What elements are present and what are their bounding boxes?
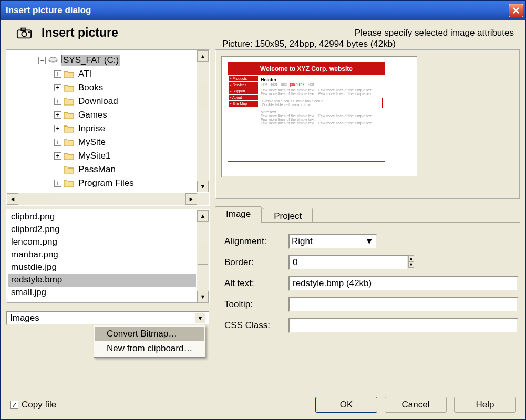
tree-label: PassMan bbox=[77, 164, 117, 175]
expand-icon[interactable]: + bbox=[54, 98, 61, 105]
expand-icon[interactable]: + bbox=[54, 111, 61, 119]
alt-label: Alt text: bbox=[224, 278, 288, 289]
tab-project[interactable]: Project bbox=[263, 208, 313, 222]
title-bar: Insert picture dialog bbox=[1, 1, 525, 20]
alignment-label: Alignment: bbox=[224, 236, 288, 247]
filetype-value: Images bbox=[10, 313, 39, 323]
folder-icon bbox=[64, 165, 74, 174]
svg-point-5 bbox=[49, 57, 57, 61]
tree-scrollbar-v[interactable]: ▲ ▼ bbox=[197, 50, 209, 192]
spin-down[interactable]: ▼ bbox=[408, 261, 414, 268]
scroll-left-button[interactable]: ◄ bbox=[7, 193, 18, 205]
expand-icon[interactable]: + bbox=[54, 139, 61, 146]
expand-icon[interactable]: + bbox=[54, 180, 61, 187]
row-css: CSS Class: bbox=[224, 315, 518, 336]
scroll-up-button[interactable]: ▲ bbox=[197, 50, 209, 62]
ok-button[interactable]: OK bbox=[315, 397, 377, 413]
close-icon bbox=[512, 7, 520, 14]
border-label: Border: bbox=[224, 257, 288, 268]
css-label: CSS Class: bbox=[224, 320, 288, 331]
window-title: Insert picture dialog bbox=[6, 5, 509, 16]
tree-scrollbar-h[interactable]: ◄ ► bbox=[7, 193, 197, 205]
expand-icon[interactable]: + bbox=[54, 152, 61, 160]
scroll-down-button[interactable]: ▼ bbox=[197, 181, 209, 192]
drive-icon bbox=[48, 56, 58, 65]
menu-new-from-clipboard[interactable]: New from clipboard… bbox=[95, 341, 204, 356]
tab-image[interactable]: Image bbox=[215, 206, 262, 223]
scroll-down-button[interactable]: ▼ bbox=[197, 291, 209, 302]
border-input[interactable]: ▲▼ bbox=[288, 255, 377, 270]
border-field[interactable] bbox=[288, 255, 408, 270]
right-column: Picture: 150x95, 24bpp, 42994 bytes (42k… bbox=[215, 46, 520, 390]
tree-node[interactable]: +ATI bbox=[7, 67, 196, 81]
tree-node[interactable]: +Download bbox=[7, 94, 196, 108]
help-button[interactable]: Help bbox=[454, 397, 516, 413]
preview-legend: Picture: 150x95, 24bpp, 42994 bytes (42k… bbox=[220, 39, 398, 49]
folder-icon bbox=[64, 178, 74, 188]
alt-input[interactable] bbox=[288, 276, 518, 291]
checkbox-icon: ✓ bbox=[10, 401, 18, 409]
dropdown-icon[interactable]: ▼ bbox=[365, 236, 374, 247]
file-item[interactable]: small.jpg bbox=[8, 287, 196, 299]
tree-node[interactable]: +MySite bbox=[7, 135, 196, 149]
row-tooltip: Tooltip: bbox=[224, 294, 518, 315]
folder-icon bbox=[64, 138, 74, 147]
tree-label: SYS_FAT (C:) bbox=[61, 55, 120, 66]
folder-icon bbox=[64, 97, 74, 106]
dialog-window: Insert picture dialog Insert picture Ple… bbox=[0, 0, 526, 420]
file-list[interactable]: clipbrd.pngclipbrd2.pnglencom.pngmanbar.… bbox=[6, 209, 210, 303]
file-item[interactable]: lencom.png bbox=[8, 236, 196, 249]
folder-icon bbox=[64, 151, 74, 161]
svg-rect-1 bbox=[21, 28, 25, 30]
file-item[interactable]: clipbrd.png bbox=[8, 211, 196, 224]
tree-node[interactable]: PassMan bbox=[7, 163, 196, 176]
file-item[interactable]: clipbrd2.png bbox=[8, 224, 196, 236]
main-area: − SYS_FAT (C:) +ATI+Books+Download+Games… bbox=[1, 46, 525, 390]
tab-bar: Image Project bbox=[215, 206, 520, 223]
folder-icon bbox=[64, 83, 74, 92]
expand-icon[interactable]: + bbox=[54, 125, 61, 132]
collapse-icon[interactable]: − bbox=[38, 57, 46, 64]
expand-icon[interactable]: + bbox=[54, 84, 61, 91]
file-item[interactable]: manbar.png bbox=[8, 249, 196, 261]
tree-node[interactable]: +Books bbox=[7, 81, 196, 94]
folder-tree[interactable]: − SYS_FAT (C:) +ATI+Books+Download+Games… bbox=[6, 49, 210, 206]
cancel-button[interactable]: Cancel bbox=[385, 397, 447, 413]
tree-node[interactable]: +Games bbox=[7, 108, 196, 122]
close-button[interactable] bbox=[509, 4, 523, 17]
context-menu[interactable]: Convert Bitmap… New from clipboard… bbox=[94, 325, 205, 358]
scroll-thumb[interactable] bbox=[198, 244, 208, 265]
tree-label: MySite1 bbox=[77, 151, 111, 161]
tooltip-input[interactable] bbox=[288, 297, 518, 312]
tree-label: Program Files bbox=[77, 178, 135, 188]
file-item[interactable]: mustdie.jpg bbox=[8, 261, 196, 274]
tree-label: Games bbox=[77, 110, 108, 120]
folder-icon bbox=[64, 69, 74, 79]
dropdown-icon[interactable]: ▼ bbox=[195, 313, 205, 323]
tree-node-root[interactable]: − SYS_FAT (C:) bbox=[7, 54, 196, 67]
tree-node[interactable]: +MySite1 bbox=[7, 149, 196, 163]
scroll-thumb[interactable] bbox=[19, 194, 50, 203]
menu-convert-bitmap[interactable]: Convert Bitmap… bbox=[95, 327, 204, 341]
image-properties-form: Alignment: Right ▼ Border: ▲▼ Alt text: bbox=[215, 223, 520, 336]
scroll-right-button[interactable]: ► bbox=[185, 193, 197, 205]
file-rows: clipbrd.pngclipbrd2.pnglencom.pngmanbar.… bbox=[8, 211, 196, 301]
dialog-subtitle: Please specify selected image attributes bbox=[355, 28, 514, 38]
spin-up[interactable]: ▲ bbox=[408, 255, 414, 261]
expand-icon[interactable]: + bbox=[54, 70, 61, 78]
filelist-scrollbar[interactable]: ▲ ▼ bbox=[197, 210, 209, 302]
alignment-select[interactable]: Right ▼ bbox=[288, 234, 377, 249]
tree-label: ATI bbox=[77, 69, 92, 79]
file-item[interactable]: redstyle.bmp bbox=[8, 274, 196, 287]
scroll-corner bbox=[197, 193, 209, 205]
folder-icon bbox=[64, 110, 74, 120]
tree-node[interactable]: +Program Files bbox=[7, 176, 196, 190]
filetype-select[interactable]: Images ▼ bbox=[6, 311, 210, 326]
tree-node[interactable]: +Inprise bbox=[7, 122, 196, 135]
scroll-up-button[interactable]: ▲ bbox=[197, 210, 209, 222]
cssclass-input[interactable] bbox=[288, 318, 518, 333]
svg-point-2 bbox=[22, 32, 26, 36]
scroll-thumb[interactable] bbox=[198, 83, 208, 109]
camera-icon bbox=[16, 27, 32, 39]
copyfile-checkbox[interactable]: ✓ Copy file bbox=[10, 400, 56, 410]
